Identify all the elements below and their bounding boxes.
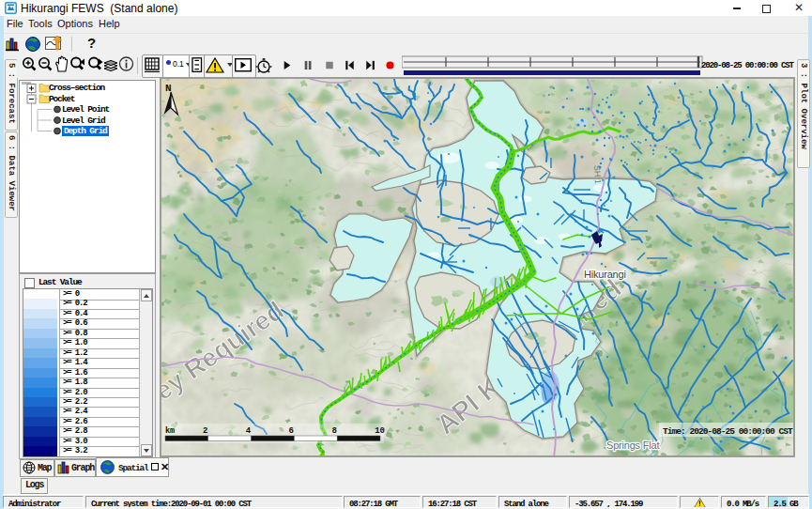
svg-text:km: km xyxy=(165,426,175,436)
svg-text:10: 10 xyxy=(375,426,385,436)
svg-text:4: 4 xyxy=(246,426,252,436)
svg-text:Hikurangi: Hikurangi xyxy=(584,269,626,280)
svg-text:6: 6 xyxy=(289,426,294,436)
svg-text:Time: 2020-08-25 00:00:00 CST: Time: 2020-08-25 00:00:00 CST xyxy=(663,426,793,437)
svg-text:8: 8 xyxy=(331,426,336,436)
svg-text:2: 2 xyxy=(203,426,207,436)
svg-text:SH 1: SH 1 xyxy=(592,165,603,185)
svg-text:Springs Flat: Springs Flat xyxy=(606,440,659,451)
